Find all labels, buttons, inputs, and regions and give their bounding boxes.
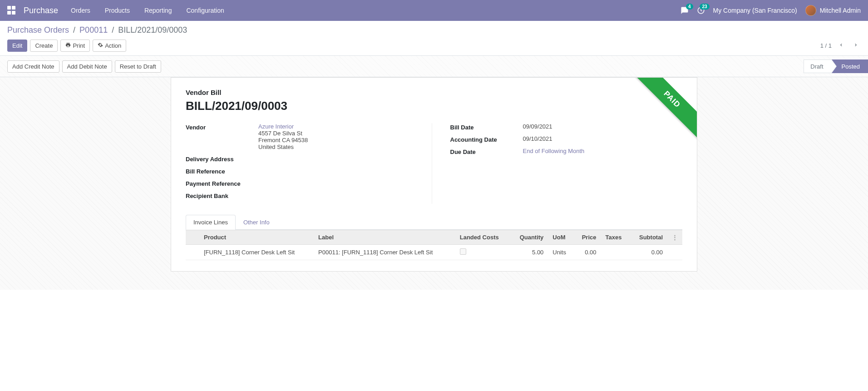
add-credit-note-button[interactable]: Add Credit Note	[7, 60, 59, 73]
app-brand[interactable]: Purchase	[24, 6, 58, 15]
breadcrumb-root[interactable]: Purchase Orders	[7, 25, 69, 35]
cell-landed	[455, 245, 510, 260]
value-acctdate: 09/10/2021	[523, 135, 683, 143]
cell-price: 0.00	[574, 245, 601, 260]
breadcrumb-current: BILL/2021/09/0003	[118, 25, 187, 35]
label-acctdate: Accounting Date	[450, 135, 523, 143]
pager-text: 1 / 1	[820, 42, 832, 49]
label-duedate: Due Date	[450, 148, 523, 155]
status-steps: Draft Posted	[804, 59, 868, 73]
apps-icon[interactable]	[7, 6, 16, 15]
breadcrumb-parent[interactable]: P00011	[79, 25, 108, 35]
avatar	[805, 5, 816, 16]
vendor-link[interactable]: Azure Interior	[258, 123, 294, 130]
th-qty[interactable]: Quantity	[510, 230, 548, 245]
table-row[interactable]: [FURN_1118] Corner Desk Left Sit P00011:…	[186, 245, 682, 260]
tab-invoice-lines[interactable]: Invoice Lines	[186, 215, 236, 230]
landed-checkbox[interactable]	[460, 248, 466, 255]
cell-product: [FURN_1118] Corner Desk Left Sit	[199, 245, 314, 260]
label-billref: Bill Reference	[186, 167, 258, 175]
label-billdate: Bill Date	[450, 123, 523, 131]
cell-uom: Units	[548, 245, 574, 260]
reset-to-draft-button[interactable]: Reset to Draft	[115, 60, 161, 73]
menu-products[interactable]: Products	[105, 7, 130, 14]
page-title: BILL/2021/09/0003	[186, 99, 682, 113]
form-sheet: PAID Vendor Bill BILL/2021/09/0003 Vendo…	[171, 77, 697, 272]
gear-icon	[98, 42, 103, 49]
vendor-street: 4557 De Silva St	[258, 130, 418, 137]
user-name: Mitchell Admin	[820, 7, 861, 14]
messaging-icon[interactable]: 4	[681, 6, 689, 15]
messaging-count: 4	[686, 4, 693, 10]
th-taxes[interactable]: Taxes	[601, 230, 630, 245]
breadcrumb: Purchase Orders / P00011 / BILL/2021/09/…	[7, 25, 861, 35]
label-delivery: Delivery Address	[186, 155, 258, 163]
print-button[interactable]: Print	[60, 40, 90, 52]
control-bar: Purchase Orders / P00011 / BILL/2021/09/…	[0, 21, 868, 56]
vendor-city: Fremont CA 94538	[258, 137, 418, 144]
status-draft[interactable]: Draft	[804, 59, 831, 73]
status-posted[interactable]: Posted	[832, 59, 868, 73]
value-duedate[interactable]: End of Following Month	[523, 148, 585, 154]
action-button[interactable]: Action	[93, 40, 126, 52]
cell-qty: 5.00	[510, 245, 548, 260]
pager-next[interactable]	[851, 41, 861, 50]
cell-taxes	[601, 245, 630, 260]
user-menu[interactable]: Mitchell Admin	[805, 5, 861, 16]
tab-other-info[interactable]: Other Info	[236, 215, 277, 230]
status-bar: Add Credit Note Add Debit Note Reset to …	[0, 56, 868, 77]
value-billdate: 09/09/2021	[523, 123, 683, 131]
menu-orders[interactable]: Orders	[71, 7, 90, 14]
th-price[interactable]: Price	[574, 230, 601, 245]
edit-button[interactable]: Edit	[7, 40, 27, 52]
activity-count: 23	[700, 4, 709, 10]
label-bank: Recipient Bank	[186, 192, 258, 199]
cell-subtotal: 0.00	[630, 245, 667, 260]
th-options[interactable]: ⋮	[667, 230, 682, 245]
top-nav: Purchase Orders Products Reporting Confi…	[0, 0, 868, 21]
th-product[interactable]: Product	[199, 230, 314, 245]
tabs: Invoice Lines Other Info	[186, 215, 682, 230]
pager: 1 / 1	[820, 41, 861, 50]
invoice-lines-table: Product Label Landed Costs Quantity UoM …	[186, 230, 682, 260]
add-debit-note-button[interactable]: Add Debit Note	[62, 60, 112, 73]
print-icon	[65, 42, 71, 49]
title-label: Vendor Bill	[186, 89, 682, 96]
pager-prev[interactable]	[836, 41, 846, 50]
th-landed[interactable]: Landed Costs	[455, 230, 510, 245]
label-payref: Payment Reference	[186, 179, 258, 187]
menu-configuration[interactable]: Configuration	[186, 7, 224, 14]
activity-icon[interactable]: 23	[697, 6, 705, 15]
company-selector[interactable]: My Company (San Francisco)	[713, 7, 797, 14]
main-menu: Orders Products Reporting Configuration	[71, 7, 237, 14]
label-vendor: Vendor	[186, 123, 258, 150]
vendor-country: United States	[258, 144, 418, 150]
th-label[interactable]: Label	[314, 230, 455, 245]
th-uom[interactable]: UoM	[548, 230, 574, 245]
th-subtotal[interactable]: Subtotal	[630, 230, 667, 245]
cell-label: P00011: [FURN_1118] Corner Desk Left Sit	[314, 245, 455, 260]
menu-reporting[interactable]: Reporting	[144, 7, 172, 14]
create-button[interactable]: Create	[30, 40, 58, 52]
